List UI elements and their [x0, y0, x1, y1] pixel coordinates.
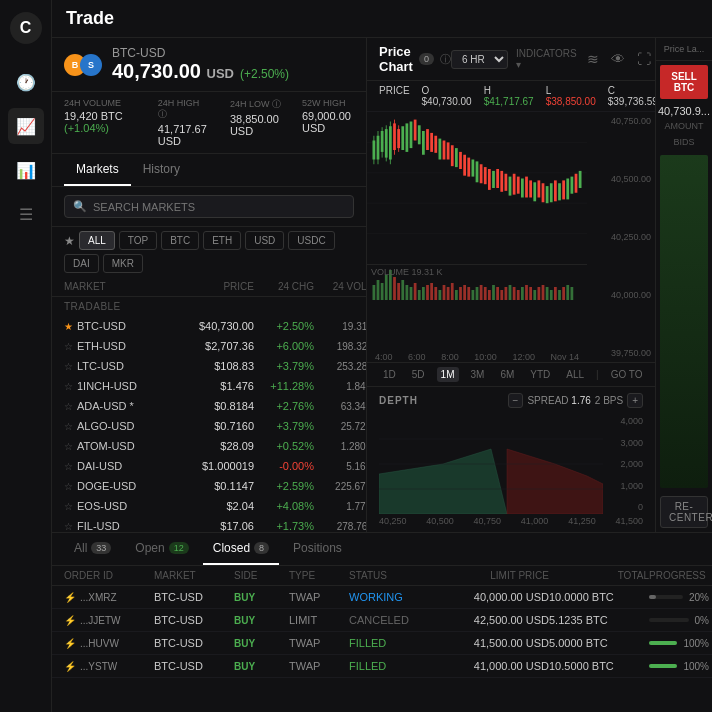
y-axis-labels: 40,750.00 40,500.00 40,250.00 40,000.00 … [587, 112, 655, 362]
goto-btn[interactable]: GO TO [611, 369, 643, 380]
table-row[interactable]: ⚡ ...JJETW BTC-USD BUY LIMIT CANCELED 42… [52, 609, 712, 632]
price-label: PRICE [379, 85, 410, 107]
list-item[interactable]: ★ BTC-USD $40,730.00 +2.50% 19.31K [52, 316, 366, 336]
plus-icon[interactable]: + [627, 393, 643, 408]
svg-rect-88 [480, 285, 483, 300]
table-row[interactable]: ⚡ ...HUVW BTC-USD BUY TWAP FILLED 41,500… [52, 632, 712, 655]
list-item[interactable]: ☆ DOGE-USD $0.1147 +2.59% 225.67M [52, 476, 366, 496]
chart-header: Price Chart 0 ⓘ 6 HR INDICATORS ▾ ≋ 👁 ⛶ [367, 38, 655, 81]
recenter-button[interactable]: RE-CENTER [660, 496, 708, 528]
orders-header: ORDER ID MARKET SIDE TYPE STATUS LIMIT P… [52, 566, 712, 586]
list-item[interactable]: ☆ LTC-USD $108.83 +3.79% 253.28K [52, 356, 366, 376]
search-icon: 🔍 [73, 200, 87, 213]
filter-usdc[interactable]: USDC [288, 231, 334, 250]
svg-rect-18 [401, 126, 404, 150]
list-item[interactable]: ☆ ADA-USD * $0.8184 +2.76% 63.34M [52, 396, 366, 416]
svg-rect-85 [467, 287, 470, 300]
order-market: BTC-USD [154, 614, 234, 626]
svg-rect-79 [443, 285, 446, 300]
svg-rect-34 [467, 158, 470, 177]
svg-rect-106 [554, 287, 557, 300]
svg-rect-40 [492, 171, 495, 188]
clock-icon[interactable]: 🕐 [8, 64, 44, 100]
filter-all[interactable]: ALL [79, 231, 115, 250]
svg-rect-33 [463, 155, 466, 176]
svg-rect-90 [488, 290, 491, 300]
svg-rect-81 [451, 283, 454, 300]
order-progress: 100% [649, 638, 709, 649]
list-item[interactable]: ☆ EOS-USD $2.04 +4.08% 1.77M [52, 496, 366, 516]
minus-icon[interactable]: − [508, 393, 524, 408]
order-type: TWAP [289, 591, 349, 603]
svg-rect-38 [484, 167, 487, 184]
list-item[interactable]: ☆ ATOM-USD $28.09 +0.52% 1.280M [52, 436, 366, 456]
star-filter-btn[interactable]: ★ [64, 231, 75, 250]
time-ytd[interactable]: YTD [526, 367, 554, 382]
search-input[interactable] [93, 201, 345, 213]
sell-btc-button[interactable]: SELL BTC [660, 65, 708, 99]
chart-controls: 6 HR INDICATORS ▾ ≋ 👁 ⛶ [451, 48, 653, 70]
list-item[interactable]: ☆ ETH-USD $2,707.36 +6.00% 198.32K [52, 336, 366, 356]
tab-history[interactable]: History [131, 154, 192, 186]
svg-rect-67 [393, 277, 396, 300]
page-title: Trade [66, 8, 114, 29]
eye-icon[interactable]: 👁 [609, 49, 627, 69]
filter-usd[interactable]: USD [245, 231, 284, 250]
svg-rect-78 [439, 290, 442, 300]
list-item[interactable]: ☆ FIL-USD $17.06 +1.73% 278.76K [52, 516, 366, 532]
bottom-panel: All 33 Open 12 Closed 8 Positions ORDER … [52, 532, 712, 712]
logo-icon[interactable]: C [10, 12, 42, 44]
right-panel: Price La... SELL BTC 40,730.9... AMOUNT … [656, 38, 712, 532]
price-open: O $40,730.00 [422, 85, 472, 107]
list-item[interactable]: ☆ DAI-USD $1.000019 -0.00% 5.16M [52, 456, 366, 476]
time-1d[interactable]: 1D [379, 367, 400, 382]
svg-rect-71 [410, 287, 413, 300]
chart-line-icon[interactable]: 📈 [8, 108, 44, 144]
compare-icon[interactable]: ≋ [585, 49, 601, 69]
svg-rect-108 [562, 287, 565, 300]
svg-rect-82 [455, 290, 458, 300]
time-3m[interactable]: 3M [467, 367, 489, 382]
tab-markets[interactable]: Markets [64, 154, 131, 186]
list-item[interactable]: ☆ ALGO-USD $0.7160 +3.79% 25.72M [52, 416, 366, 436]
table-row[interactable]: ⚡ ...YSTW BTC-USD BUY TWAP FILLED 41,000… [52, 655, 712, 678]
filter-mkr[interactable]: MKR [103, 254, 143, 273]
svg-rect-57 [562, 180, 565, 199]
timeframe-select[interactable]: 6 HR [451, 50, 508, 69]
tab-all-orders[interactable]: All 33 [64, 533, 121, 565]
chart-title: Price Chart [379, 44, 413, 74]
time-all[interactable]: ALL [562, 367, 588, 382]
depth-chart-area: 4,000 3,000 2,000 1,000 0 [379, 414, 643, 514]
svg-rect-27 [439, 139, 442, 160]
tab-positions[interactable]: Positions [283, 533, 352, 565]
expand-icon[interactable]: ⛶ [635, 49, 653, 69]
svg-rect-59 [571, 177, 574, 194]
closed-badge: 8 [254, 542, 269, 554]
indicators-select[interactable]: INDICATORS ▾ [516, 48, 577, 70]
tab-open-orders[interactable]: Open 12 [125, 533, 198, 565]
filter-eth[interactable]: ETH [203, 231, 241, 250]
time-1m[interactable]: 1M [437, 367, 459, 382]
time-5d[interactable]: 5D [408, 367, 429, 382]
bar-chart-icon[interactable]: 📊 [8, 152, 44, 188]
svg-rect-26 [434, 136, 437, 153]
svg-rect-44 [509, 177, 512, 196]
list-item[interactable]: ☆ 1INCH-USD $1.476 +11.28% 1.84M [52, 376, 366, 396]
order-total: 10.0000 BTC [549, 591, 649, 603]
main-area: Trade B S BTC-USD 40,730.00 USD (+2.50%) [52, 0, 712, 712]
svg-rect-73 [418, 290, 421, 300]
tab-closed-orders[interactable]: Closed 8 [203, 533, 279, 565]
svg-rect-93 [500, 290, 503, 300]
bids-label: BIDS [656, 133, 712, 151]
table-row[interactable]: ⚡ ...XMRZ BTC-USD BUY TWAP WORKING 40,00… [52, 586, 712, 609]
list-icon[interactable]: ☰ [8, 196, 44, 232]
svg-rect-52 [542, 183, 545, 202]
filter-dai[interactable]: DAI [64, 254, 99, 273]
filter-top[interactable]: TOP [119, 231, 157, 250]
svg-rect-97 [517, 290, 520, 300]
filter-btc[interactable]: BTC [161, 231, 199, 250]
order-status: CANCELED [349, 614, 429, 626]
svg-rect-42 [500, 171, 503, 192]
time-6m[interactable]: 6M [496, 367, 518, 382]
instrument-price: 40,730.00 USD [112, 60, 234, 83]
